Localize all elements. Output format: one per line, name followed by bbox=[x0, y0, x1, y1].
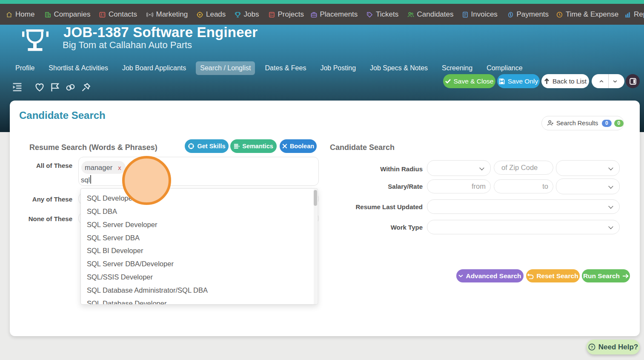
svg-text:?: ? bbox=[590, 345, 593, 349]
